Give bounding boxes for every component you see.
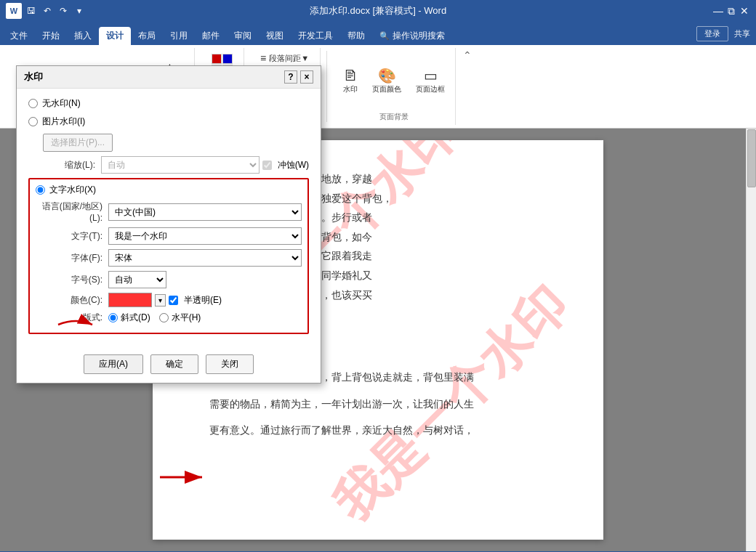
text-watermark-row: 文字水印(X) [36, 184, 302, 196]
scale-control: 自动 冲蚀(W) [101, 156, 309, 174]
color-swatch[interactable] [108, 293, 152, 307]
save-btn[interactable]: 🖫 [25, 4, 38, 17]
horizontal-label[interactable]: 水平(H) [172, 312, 201, 324]
dialog-help-btn[interactable]: ? [284, 70, 297, 84]
title-bar: W 🖫 ↶ ↷ ▾ 添加水印.docx [兼容模式] - Word — ⧉ ✕ [0, 0, 756, 22]
no-watermark-label[interactable]: 无水印(N) [42, 97, 81, 110]
tab-design[interactable]: 设计 [99, 27, 131, 45]
diagonal-radio[interactable] [108, 313, 118, 322]
ok-btn[interactable]: 确定 [150, 354, 198, 374]
scale-label: 缩放(L): [28, 159, 101, 171]
tab-layout[interactable]: 布局 [131, 27, 163, 45]
paragraph-spacing-btn[interactable]: ≡ 段落间距▼ [256, 51, 313, 65]
scale-row: 缩放(L): 自动 冲蚀(W) [28, 156, 309, 174]
select-picture-btn[interactable]: 选择图片(P)... [43, 134, 113, 152]
tab-review[interactable]: 审阅 [227, 27, 259, 45]
window-title: 添加水印.docx [兼容模式] - Word [310, 4, 446, 17]
paragraph-spacing-label: 段落间距▼ [269, 53, 309, 64]
minimize-btn[interactable]: — [712, 6, 724, 16]
text-label: 文字(T): [36, 230, 108, 243]
tab-insert[interactable]: 插入 [67, 27, 99, 45]
semitransparent-label: 半透明(E) [184, 294, 222, 307]
page-border-btn[interactable]: ▭ 页面边框 [411, 64, 449, 97]
size-label: 字号(S): [36, 274, 108, 286]
color-control: ▾ 半透明(E) [108, 293, 302, 307]
color-row: 颜色(C): ▾ 半透明(E) [36, 293, 302, 307]
text-watermark-label[interactable]: 文字水印(X) [49, 184, 96, 196]
color-dropdown-arrow[interactable]: ▾ [155, 294, 166, 307]
watermark-label: 水印 [343, 84, 358, 94]
diagonal-label[interactable]: 斜式(D) [121, 312, 150, 324]
ribbon-tabs: 文件 开始 插入 设计 布局 引用 邮件 审阅 视图 开发工具 帮助 🔍操作说明… [0, 22, 455, 45]
login-button[interactable]: 登录 [696, 26, 728, 41]
redo-btn[interactable]: ↷ [57, 4, 70, 17]
share-btn[interactable]: 共享 [734, 28, 750, 39]
tab-file[interactable]: 文件 [3, 27, 35, 45]
dialog-body: 无水印(N) 图片水印(I) 选择图片(P)... 缩放(L): 自动 冲蚀(W… [17, 89, 321, 349]
tab-home[interactable]: 开始 [35, 27, 67, 45]
tab-developer[interactable]: 开发工具 [291, 27, 340, 45]
dialog-titlebar: 水印 ? × [17, 66, 321, 89]
font-control: 宋体 [108, 249, 302, 267]
size-row: 字号(S): 自动 [36, 271, 302, 288]
color-label: 颜色(C): [36, 294, 108, 307]
picture-watermark-row: 图片水印(I) [28, 115, 309, 128]
ribbon-collapse-btn[interactable]: ⌃ [463, 49, 472, 61]
apply-btn[interactable]: 应用(A) [84, 354, 143, 374]
layout-label: 版式: [36, 312, 108, 324]
tab-search[interactable]: 🔍操作说明搜索 [372, 27, 452, 45]
tab-mailings[interactable]: 邮件 [195, 27, 227, 45]
text-watermark-section: 文字水印(X) 语言(国家/地区)(L): 中文(中国) 文字(T): 我是一个… [28, 178, 309, 334]
tab-help[interactable]: 帮助 [340, 27, 372, 45]
page-color-label: 页面颜色 [372, 84, 401, 94]
no-watermark-row: 无水印(N) [28, 97, 309, 110]
doc-main-para3: 更有意义。通过旅行而了解世界，亲近大自然，与树对话， [189, 421, 567, 440]
dialog-titlebar-btns: ? × [284, 70, 313, 84]
language-select[interactable]: 中文(中国) [108, 203, 302, 221]
window-controls: — ⧉ ✕ [712, 6, 750, 16]
text-control: 我是一个水印 [108, 227, 302, 245]
tab-view[interactable]: 视图 [259, 27, 291, 45]
word-icon: W [6, 3, 22, 19]
tab-references[interactable]: 引用 [163, 27, 195, 45]
text-select[interactable]: 我是一个水印 [108, 227, 302, 245]
close-btn[interactable]: ✕ [739, 6, 750, 16]
ribbon-group-page-bg: 🖹 水印 🎨 页面颜色 ▭ 页面边框 页面背景 [333, 48, 456, 125]
text-watermark-radio[interactable] [36, 185, 45, 195]
dialog-title: 水印 [24, 70, 43, 84]
dialog-close-btn[interactable]: × [300, 70, 313, 84]
title-bar-left: W 🖫 ↶ ↷ ▾ [6, 3, 86, 19]
quick-access-toolbar: W 🖫 ↶ ↷ ▾ [6, 3, 86, 19]
font-row: 字体(F): 宋体 [36, 249, 302, 267]
page-bg-label: 页面背景 [379, 112, 409, 122]
scrollbar-thumb[interactable] [747, 129, 756, 187]
language-label: 语言(国家/地区)(L): [36, 200, 108, 223]
font-select[interactable]: 宋体 [108, 249, 302, 267]
page-color-btn[interactable]: 🎨 页面颜色 [368, 64, 406, 97]
language-control: 中文(中国) [108, 203, 302, 221]
semitransparent-checkbox[interactable] [169, 296, 178, 305]
picture-watermark-radio[interactable] [28, 117, 38, 126]
layout-control: 斜式(D) 水平(H) [108, 312, 302, 324]
size-control: 自动 [108, 271, 302, 288]
horizontal-radio[interactable] [159, 313, 169, 322]
scale-select[interactable]: 自动 [101, 156, 260, 174]
dialog-footer: 应用(A) 确定 关闭 [17, 349, 321, 383]
undo-btn[interactable]: ↶ [41, 4, 54, 17]
page-border-label: 页面边框 [416, 84, 445, 94]
vertical-scrollbar[interactable] [746, 129, 756, 551]
customize-btn[interactable]: ▾ [73, 4, 86, 17]
watermark-dialog: 水印 ? × 无水印(N) 图片水印(I) 选择图片(P)... 缩放(L): … [16, 65, 321, 383]
cancel-btn[interactable]: 关闭 [206, 354, 254, 374]
size-select[interactable]: 自动 [108, 271, 166, 288]
washout-label: 冲蚀(W) [278, 159, 309, 171]
no-watermark-radio[interactable] [28, 99, 38, 108]
restore-btn[interactable]: ⧉ [725, 6, 737, 16]
picture-watermark-label[interactable]: 图片水印(I) [42, 115, 85, 128]
watermark-btn[interactable]: 🖹 水印 [339, 65, 362, 97]
font-label: 字体(F): [36, 252, 108, 264]
doc-main-para2: 需要的物品，精简为主，一年计划出游一次，让我们的人生 [189, 394, 567, 414]
text-row: 文字(T): 我是一个水印 [36, 227, 302, 245]
layout-row: 版式: 斜式(D) 水平(H) [36, 312, 302, 324]
washout-checkbox[interactable] [262, 161, 272, 170]
